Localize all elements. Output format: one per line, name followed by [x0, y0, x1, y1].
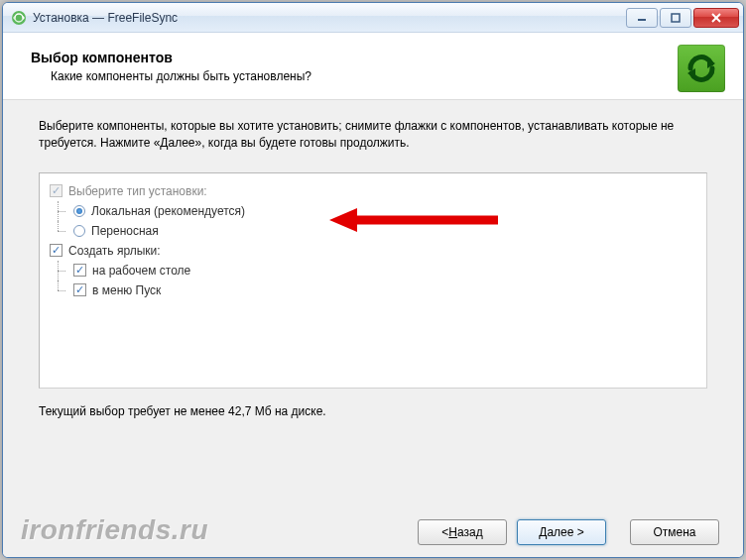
- app-icon: [11, 10, 27, 26]
- next-button[interactable]: Далее >: [517, 519, 606, 545]
- tree-root-shortcuts[interactable]: ✓ Создать ярлыки:: [50, 241, 696, 261]
- page-title: Выбор компонентов: [31, 50, 311, 65]
- close-button[interactable]: [693, 8, 739, 28]
- tree-label: на рабочем столе: [92, 264, 190, 278]
- tree-label: Локальная (рекомендуется): [91, 204, 245, 218]
- minimize-button[interactable]: [626, 8, 658, 28]
- page-subtitle: Какие компоненты должны быть установлены…: [51, 69, 311, 83]
- tree-label: Переносная: [91, 224, 159, 238]
- titlebar: Установка — FreeFileSync: [3, 3, 743, 33]
- option-local-install[interactable]: Локальная (рекомендуется): [50, 201, 696, 221]
- intro-text: Выберите компоненты, которые вы хотите у…: [39, 118, 707, 153]
- watermark-text: ironfriends.ru: [21, 514, 208, 546]
- checkbox-icon: ✓: [50, 184, 62, 197]
- window-controls: [626, 8, 739, 28]
- window-title: Установка — FreeFileSync: [33, 11, 178, 25]
- disk-requirement: Текущий выбор требует не менее 42,7 Мб н…: [39, 404, 707, 418]
- wizard-footer: ironfriends.ru < Назад Далее > Отмена: [3, 505, 743, 557]
- checkbox-icon: ✓: [73, 264, 86, 277]
- tree-label: Выберите тип установки:: [68, 184, 207, 198]
- sync-icon: [678, 45, 725, 92]
- radio-icon: [73, 225, 85, 237]
- tree-label: в меню Пуск: [92, 283, 161, 297]
- wizard-header: Выбор компонентов Какие компоненты должн…: [3, 33, 743, 100]
- back-button[interactable]: < Назад: [418, 519, 507, 545]
- wizard-page: Выберите компоненты, которые вы хотите у…: [3, 100, 743, 505]
- checkbox-icon: ✓: [50, 244, 62, 257]
- maximize-button[interactable]: [660, 8, 691, 28]
- svg-rect-4: [672, 14, 680, 22]
- checkbox-icon: ✓: [73, 283, 86, 296]
- installer-window: Установка — FreeFileSync Выбор компонент…: [2, 2, 744, 558]
- option-shortcut-startmenu[interactable]: ✓ в меню Пуск: [50, 280, 696, 300]
- components-tree: ✓ Выберите тип установки: Локальная (рек…: [39, 172, 707, 389]
- radio-icon: [73, 205, 85, 217]
- tree-root-install-type: ✓ Выберите тип установки:: [50, 181, 696, 201]
- cancel-button[interactable]: Отмена: [630, 519, 719, 545]
- option-shortcut-desktop[interactable]: ✓ на рабочем столе: [50, 261, 696, 280]
- option-portable-install[interactable]: Переносная: [50, 221, 696, 241]
- tree-label: Создать ярлыки:: [68, 244, 161, 258]
